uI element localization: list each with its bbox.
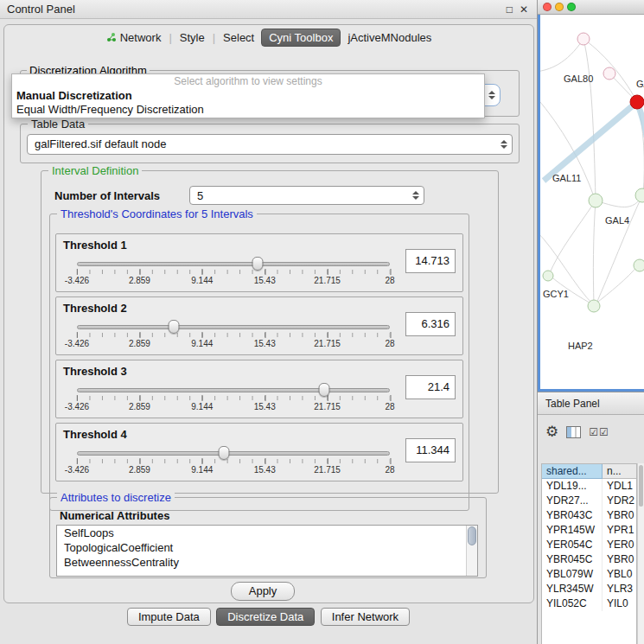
table-row[interactable]: YBR043CYBR0	[542, 508, 636, 523]
columns-icon[interactable]	[566, 426, 581, 438]
interval-definition-label: Interval Definition	[48, 164, 142, 177]
minimize-light-icon[interactable]	[555, 3, 564, 11]
cell-name[interactable]: YBR0	[603, 508, 636, 523]
table-row[interactable]: YIL052CYIL0	[542, 596, 636, 611]
slider-thumb[interactable]	[169, 320, 180, 334]
network-node[interactable]	[577, 33, 590, 45]
cell-name[interactable]: YBL0	[603, 567, 636, 582]
threshold-2-value-input[interactable]: 6.316	[405, 312, 456, 336]
cell-shared-name[interactable]: YLR345W	[542, 582, 603, 596]
float-window-icon[interactable]: □	[507, 3, 513, 16]
threshold-4-panel: Threshold 4 -3.4262.8599.14415.4321.7152…	[55, 423, 463, 481]
cell-name[interactable]: YIL0	[603, 596, 636, 611]
tab-select[interactable]: Select	[216, 29, 261, 46]
cell-shared-name[interactable]: YBL079W	[542, 567, 603, 582]
slider-track[interactable]	[77, 325, 390, 329]
list-item[interactable]: TopologicalCoefficient	[57, 540, 477, 555]
scrollbar-thumb[interactable]	[468, 526, 476, 545]
cyni-toolbox-panel: Network | Style | Select Cyni Toolbox jA…	[3, 24, 534, 603]
algorithm-dropdown-popup: Select algorithm to view settings Manual…	[11, 73, 485, 118]
threshold-1-value-input[interactable]: 14.713	[405, 249, 456, 273]
close-window-icon[interactable]: ✕	[520, 3, 528, 16]
network-node[interactable]	[603, 67, 615, 80]
number-of-intervals-combobox[interactable]: 5	[189, 186, 424, 205]
zoom-light-icon[interactable]	[567, 3, 576, 11]
table-scrollbar[interactable]	[637, 463, 644, 644]
numerical-attributes-list[interactable]: SelfLoopsTopologicalCoefficientBetweenne…	[56, 525, 478, 577]
slider-thumb[interactable]	[252, 257, 263, 271]
close-light-icon[interactable]	[543, 3, 552, 11]
tick-label: 28	[385, 276, 394, 285]
list-item[interactable]: BetweennessCentrality	[57, 555, 477, 570]
slider-track[interactable]	[77, 388, 390, 392]
apply-button[interactable]: Apply	[231, 582, 295, 601]
column-header-name[interactable]: n...	[603, 464, 636, 479]
tick-label: 9.144	[191, 465, 213, 475]
network-node-selected[interactable]	[630, 95, 644, 109]
slider-thumb[interactable]	[318, 383, 329, 397]
combo-spinner-icon[interactable]	[500, 135, 507, 154]
list-scrollbar[interactable]	[466, 526, 477, 576]
table-scrollbar-thumb[interactable]	[639, 465, 643, 507]
cell-shared-name[interactable]: YER054C	[542, 538, 603, 552]
cell-shared-name[interactable]: YPR145W	[542, 523, 603, 538]
threshold-1-slider[interactable]: -3.4262.8599.14415.4321.71528	[77, 255, 390, 288]
table-row[interactable]: YER054CYER0	[542, 538, 636, 552]
slider-track[interactable]	[77, 262, 390, 266]
network-node[interactable]	[588, 300, 600, 312]
threshold-3-slider[interactable]: -3.4262.8599.14415.4321.71528	[77, 381, 390, 414]
table-row[interactable]: YDR27...YDR2	[542, 494, 636, 508]
table-row[interactable]: YBL079WYBL0	[542, 567, 636, 582]
network-node[interactable]	[589, 194, 603, 207]
cell-name[interactable]: YBR0	[603, 552, 636, 567]
dropdown-option-manual-discretization[interactable]: Manual Discretization	[12, 89, 484, 103]
table-panel-header-bar[interactable]: Table Panel	[538, 392, 644, 415]
cell-name[interactable]: YPR1	[603, 523, 636, 538]
network-window-titlebar[interactable]	[538, 0, 644, 15]
combo-spinner-icon[interactable]	[488, 85, 495, 105]
control-panel-titlebar[interactable]: Control Panel □ ✕	[0, 0, 537, 19]
threshold-2-slider[interactable]: -3.4262.8599.14415.4321.71528	[77, 318, 390, 351]
tab-network[interactable]: Network	[99, 29, 169, 46]
list-item[interactable]: SelfLoops	[57, 526, 477, 540]
threshold-4-value-input[interactable]: 11.344	[405, 438, 456, 462]
table-rows: YDL19...YDL1YDR27...YDR2YBR043CYBR0YPR14…	[542, 479, 636, 611]
threshold-3-panel: Threshold 3 -3.4262.8599.14415.4321.7152…	[55, 360, 463, 418]
tab-discretize-data[interactable]: Discretize Data	[216, 608, 315, 626]
slider-track[interactable]	[77, 451, 390, 456]
cell-name[interactable]: YDL1	[603, 479, 636, 494]
combo-spinner-icon[interactable]	[411, 187, 419, 204]
network-node[interactable]	[543, 271, 553, 281]
table-row[interactable]: YPR145WYPR1	[542, 523, 636, 538]
tab-label: Select	[223, 31, 254, 44]
cell-shared-name[interactable]: YBR045C	[542, 552, 603, 567]
threshold-4-slider[interactable]: -3.4262.8599.14415.4321.71528	[77, 444, 390, 477]
cell-shared-name[interactable]: YDR27...	[542, 494, 603, 508]
cell-shared-name[interactable]: YDL19...	[542, 479, 603, 494]
table-row[interactable]: YLR345WYLR3	[542, 582, 636, 596]
table-data-combobox[interactable]: galFiltered.sif default node	[27, 134, 513, 155]
network-node[interactable]	[635, 188, 644, 202]
table-row[interactable]: YBR045CYBR0	[542, 552, 636, 567]
cell-shared-name[interactable]: YIL052C	[542, 596, 603, 611]
column-header-shared-name[interactable]: shared...	[542, 464, 603, 479]
network-node[interactable]	[634, 259, 644, 271]
dropdown-option-equal-width-frequency[interactable]: Equal Width/Frequency Discretization	[12, 103, 484, 117]
cell-shared-name[interactable]: YBR043C	[542, 508, 603, 523]
list-items-container: SelfLoopsTopologicalCoefficientBetweenne…	[57, 526, 477, 570]
cell-name[interactable]: YER0	[603, 538, 636, 552]
tab-style[interactable]: Style	[173, 29, 212, 46]
tab-cyni-toolbox[interactable]: Cyni Toolbox	[261, 29, 341, 47]
cell-name[interactable]: YDR2	[603, 494, 636, 508]
tab-impute-data[interactable]: Impute Data	[127, 608, 211, 626]
node-table[interactable]: shared... n... YDL19...YDL1YDR27...YDR2Y…	[541, 463, 637, 644]
checkbox-icons[interactable]: ☑☑	[589, 426, 609, 438]
threshold-3-value-input[interactable]: 21.4	[405, 375, 456, 399]
tab-jactivemnodules[interactable]: jActiveMNodules	[341, 29, 438, 46]
gear-icon[interactable]: ⚙	[545, 422, 558, 443]
table-row[interactable]: YDL19...YDL1	[542, 479, 636, 494]
network-canvas[interactable]: GAL80 GA GAL11 GAL4 GCY1 HAP2	[540, 15, 644, 389]
cell-name[interactable]: YLR3	[603, 582, 636, 596]
slider-thumb[interactable]	[219, 446, 230, 460]
tab-infer-network[interactable]: Infer Network	[321, 608, 410, 626]
